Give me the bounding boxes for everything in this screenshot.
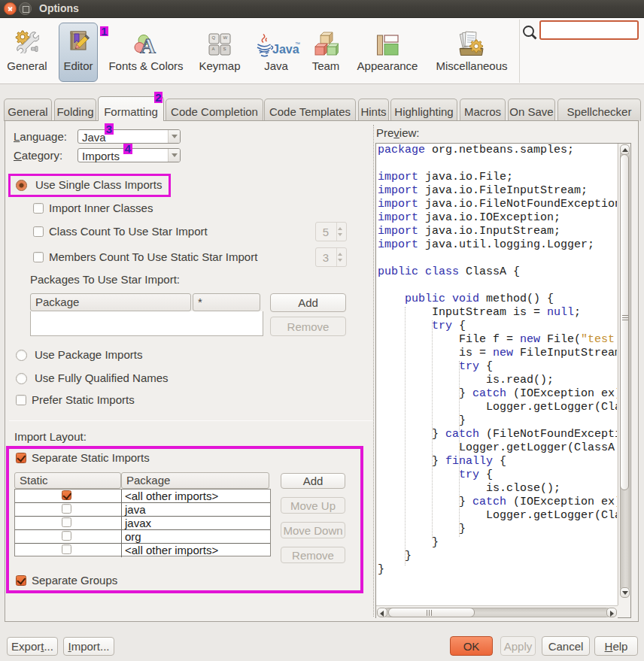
svg-text:S: S [223, 47, 226, 51]
svg-text:A: A [140, 34, 156, 53]
svg-text:W: W [223, 35, 228, 40]
svg-text:Q: Q [212, 35, 216, 40]
svg-text:A: A [212, 47, 215, 51]
